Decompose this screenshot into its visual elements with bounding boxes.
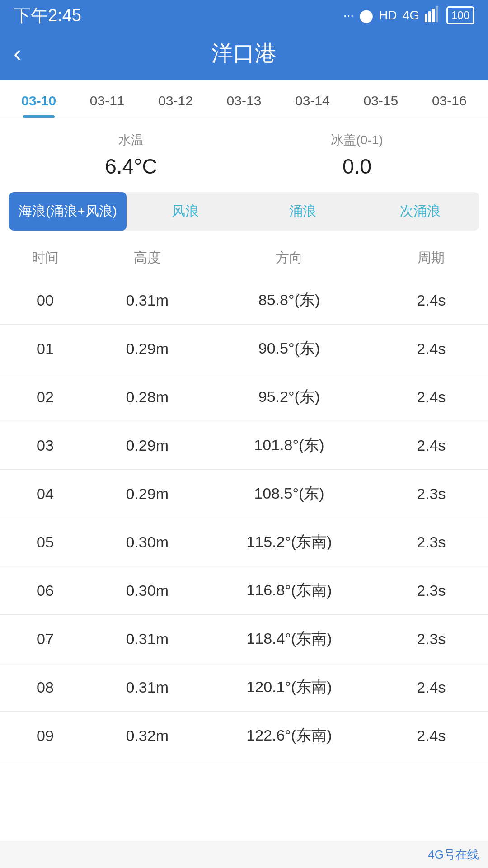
cell-direction-5: 115.2°(东南) <box>204 532 374 552</box>
cell-direction-7: 118.4°(东南) <box>204 628 374 649</box>
signal-bars-icon <box>425 6 441 25</box>
header: ‹ 洋口港 <box>0 31 488 80</box>
ice-cover-info: 冰盖(0-1) 0.0 <box>244 132 470 179</box>
cell-period-8: 2.4s <box>375 679 488 696</box>
table-row: 07 0.31m 118.4°(东南) 2.3s <box>0 615 488 663</box>
date-tab-0313[interactable]: 03-13 <box>210 80 278 118</box>
cell-period-4: 2.3s <box>375 485 488 503</box>
table-row: 02 0.28m 95.2°(东) 2.4s <box>0 373 488 421</box>
ice-cover-label: 冰盖(0-1) <box>331 132 383 149</box>
cell-direction-4: 108.5°(东) <box>204 483 374 504</box>
footer-text: 4G号在线 <box>428 847 479 863</box>
cell-direction-9: 122.6°(东南) <box>204 725 374 746</box>
table-row: 03 0.29m 101.8°(东) 2.4s <box>0 421 488 470</box>
table-header: 时间 高度 方向 周期 <box>0 240 488 276</box>
cell-direction-8: 120.1°(东南) <box>204 677 374 698</box>
hd-label: HD <box>379 8 397 23</box>
table-row: 05 0.30m 115.2°(东南) 2.3s <box>0 518 488 566</box>
network-label: 4G <box>403 8 419 23</box>
wave-tab-swell[interactable]: 涌浪 <box>244 192 361 231</box>
cell-height-6: 0.30m <box>90 582 204 599</box>
svg-rect-2 <box>432 9 435 22</box>
date-tab-0312[interactable]: 03-12 <box>141 80 210 118</box>
cell-time-2: 02 <box>0 388 90 406</box>
cell-direction-6: 116.8°(东南) <box>204 580 374 601</box>
svg-rect-3 <box>436 6 438 22</box>
date-tab-0315[interactable]: 03-15 <box>347 80 415 118</box>
cell-period-1: 2.4s <box>375 340 488 358</box>
table-row: 08 0.31m 120.1°(东南) 2.4s <box>0 663 488 712</box>
wave-tab-secondary-swell[interactable]: 次涌浪 <box>361 192 479 231</box>
col-header-height: 高度 <box>90 249 204 267</box>
table-row: 06 0.30m 116.8°(东南) 2.3s <box>0 566 488 615</box>
battery-icon: 100 <box>446 6 474 24</box>
cell-period-9: 2.4s <box>375 727 488 745</box>
page-title: 洋口港 <box>211 39 277 68</box>
status-bar: 下午2:45 ··· ⬤ HD 4G 100 <box>0 0 488 31</box>
cell-period-2: 2.4s <box>375 388 488 406</box>
cell-time-1: 01 <box>0 340 90 358</box>
cell-time-0: 00 <box>0 292 90 309</box>
status-icons: ··· ⬤ HD 4G 100 <box>343 6 474 25</box>
table-body: 00 0.31m 85.8°(东) 2.4s 01 0.29m 90.5°(东)… <box>0 276 488 760</box>
date-tab-0314[interactable]: 03-14 <box>278 80 347 118</box>
date-tabs: 03-10 03-11 03-12 03-13 03-14 03-15 03-1… <box>0 80 488 118</box>
date-tab-0316[interactable]: 03-16 <box>415 80 483 118</box>
cell-time-5: 05 <box>0 533 90 551</box>
wave-tabs: 海浪(涌浪+风浪) 风浪 涌浪 次涌浪 <box>9 192 479 231</box>
cell-height-5: 0.30m <box>90 533 204 551</box>
cell-direction-2: 95.2°(东) <box>204 387 374 407</box>
cell-time-7: 07 <box>0 630 90 648</box>
cell-period-7: 2.3s <box>375 630 488 648</box>
cell-height-9: 0.32m <box>90 727 204 745</box>
table-row: 01 0.29m 90.5°(东) 2.4s <box>0 325 488 373</box>
cell-height-3: 0.29m <box>90 437 204 454</box>
footer-bar: 4G号在线 <box>0 841 488 868</box>
col-header-direction: 方向 <box>204 249 374 267</box>
table-row: 00 0.31m 85.8°(东) 2.4s <box>0 276 488 325</box>
wave-tab-wind[interactable]: 风浪 <box>127 192 244 231</box>
cell-time-9: 09 <box>0 727 90 745</box>
cell-height-7: 0.31m <box>90 630 204 648</box>
temperature-info: 水温 6.4°C <box>18 132 244 179</box>
col-header-time: 时间 <box>0 249 90 267</box>
cell-period-5: 2.3s <box>375 533 488 551</box>
cell-time-3: 03 <box>0 437 90 454</box>
col-header-period: 周期 <box>375 249 488 267</box>
ice-cover-value: 0.0 <box>343 154 371 179</box>
cell-height-8: 0.31m <box>90 679 204 696</box>
back-button[interactable]: ‹ <box>14 40 21 67</box>
cell-direction-1: 90.5°(东) <box>204 338 374 359</box>
cell-period-6: 2.3s <box>375 582 488 599</box>
cell-period-3: 2.4s <box>375 437 488 454</box>
cell-direction-3: 101.8°(东) <box>204 435 374 456</box>
temperature-label: 水温 <box>118 132 144 149</box>
date-tab-0310[interactable]: 03-10 <box>5 80 73 118</box>
cell-height-2: 0.28m <box>90 388 204 406</box>
svg-rect-0 <box>425 14 427 22</box>
cell-time-6: 06 <box>0 582 90 599</box>
info-section: 水温 6.4°C 冰盖(0-1) 0.0 <box>0 118 488 192</box>
cell-height-1: 0.29m <box>90 340 204 358</box>
date-tab-0311[interactable]: 03-11 <box>73 80 141 118</box>
cell-height-0: 0.31m <box>90 292 204 309</box>
temperature-value: 6.4°C <box>105 154 157 179</box>
wave-tab-combined[interactable]: 海浪(涌浪+风浪) <box>9 192 127 231</box>
cell-direction-0: 85.8°(东) <box>204 290 374 311</box>
bluetooth-icon: ⬤ <box>359 8 373 23</box>
cell-time-4: 04 <box>0 485 90 503</box>
cell-period-0: 2.4s <box>375 292 488 309</box>
signal-dots-icon: ··· <box>343 8 354 23</box>
cell-height-4: 0.29m <box>90 485 204 503</box>
cell-time-8: 08 <box>0 679 90 696</box>
table-row: 09 0.32m 122.6°(东南) 2.4s <box>0 712 488 760</box>
table-row: 04 0.29m 108.5°(东) 2.3s <box>0 470 488 518</box>
svg-rect-1 <box>428 11 431 22</box>
status-time: 下午2:45 <box>14 4 81 27</box>
